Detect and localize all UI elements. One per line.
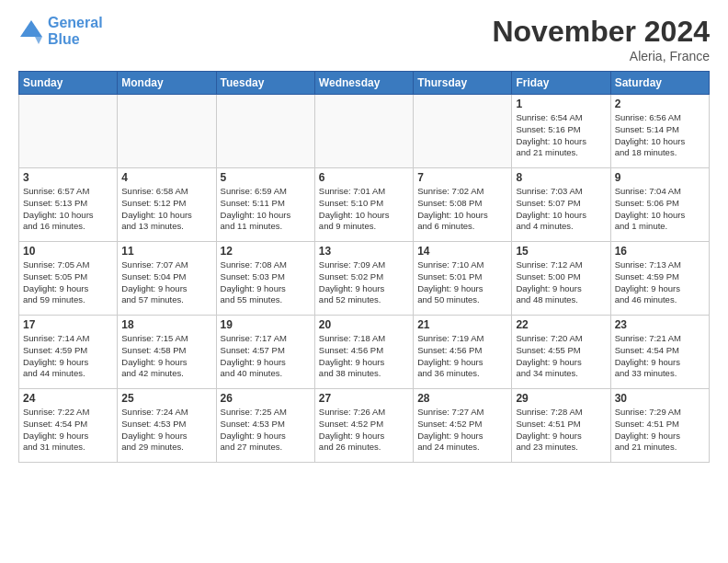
day-number: 28 [417,392,507,405]
day-number: 26 [221,392,311,405]
day-number: 6 [319,171,409,184]
calendar-cell: 11Sunrise: 7:07 AM Sunset: 5:04 PM Dayli… [118,242,216,316]
calendar-cell: 17Sunrise: 7:14 AM Sunset: 4:59 PM Dayli… [19,316,118,389]
calendar-cell: 5Sunrise: 6:59 AM Sunset: 5:11 PM Daylig… [216,168,314,242]
day-info: Sunrise: 7:20 AM Sunset: 4:55 PM Dayligh… [516,333,606,380]
day-info: Sunrise: 7:25 AM Sunset: 4:53 PM Dayligh… [221,407,311,454]
calendar-cell: 27Sunrise: 7:26 AM Sunset: 4:52 PM Dayli… [314,389,413,463]
day-info: Sunrise: 7:24 AM Sunset: 4:53 PM Dayligh… [121,407,211,454]
day-number: 7 [417,171,507,184]
day-number: 18 [121,318,211,331]
week-row-1: 1Sunrise: 6:54 AM Sunset: 5:16 PM Daylig… [19,95,710,168]
day-info: Sunrise: 6:56 AM Sunset: 5:14 PM Dayligh… [615,112,705,159]
logo-line1: General [48,15,103,31]
calendar-cell: 8Sunrise: 7:03 AM Sunset: 5:07 PM Daylig… [512,168,610,242]
header-day-wednesday: Wednesday [314,72,413,95]
day-number: 25 [121,392,211,405]
day-info: Sunrise: 7:03 AM Sunset: 5:07 PM Dayligh… [516,186,606,233]
day-number: 8 [516,171,606,184]
day-info: Sunrise: 6:59 AM Sunset: 5:11 PM Dayligh… [221,186,311,233]
day-number: 27 [319,392,409,405]
day-info: Sunrise: 7:08 AM Sunset: 5:03 PM Dayligh… [221,259,311,306]
header-day-tuesday: Tuesday [216,72,314,95]
day-info: Sunrise: 7:28 AM Sunset: 4:51 PM Dayligh… [516,407,606,454]
day-number: 13 [319,245,409,258]
calendar-table: SundayMondayTuesdayWednesdayThursdayFrid… [18,71,710,463]
calendar-cell: 3Sunrise: 6:57 AM Sunset: 5:13 PM Daylig… [19,168,118,242]
day-number: 5 [221,171,311,184]
calendar-cell: 23Sunrise: 7:21 AM Sunset: 4:54 PM Dayli… [610,316,709,389]
calendar-cell: 14Sunrise: 7:10 AM Sunset: 5:01 PM Dayli… [414,242,512,316]
day-info: Sunrise: 6:57 AM Sunset: 5:13 PM Dayligh… [23,186,113,233]
day-info: Sunrise: 7:05 AM Sunset: 5:05 PM Dayligh… [23,259,113,306]
location: Aleria, France [492,49,710,63]
calendar-cell: 28Sunrise: 7:27 AM Sunset: 4:52 PM Dayli… [414,389,512,463]
day-info: Sunrise: 7:04 AM Sunset: 5:06 PM Dayligh… [615,186,705,233]
day-info: Sunrise: 6:54 AM Sunset: 5:16 PM Dayligh… [516,112,606,159]
day-number: 3 [23,171,113,184]
calendar-cell: 10Sunrise: 7:05 AM Sunset: 5:05 PM Dayli… [19,242,118,316]
calendar-cell [118,95,216,168]
day-number: 12 [221,245,311,258]
calendar-cell: 21Sunrise: 7:19 AM Sunset: 4:56 PM Dayli… [414,316,512,389]
day-number: 9 [615,171,705,184]
week-row-5: 24Sunrise: 7:22 AM Sunset: 4:54 PM Dayli… [19,389,710,463]
day-info: Sunrise: 7:10 AM Sunset: 5:01 PM Dayligh… [417,259,507,306]
calendar-cell: 22Sunrise: 7:20 AM Sunset: 4:55 PM Dayli… [512,316,610,389]
header-day-sunday: Sunday [19,72,118,95]
day-info: Sunrise: 7:26 AM Sunset: 4:52 PM Dayligh… [319,407,409,454]
day-info: Sunrise: 7:18 AM Sunset: 4:56 PM Dayligh… [319,333,409,380]
day-info: Sunrise: 7:09 AM Sunset: 5:02 PM Dayligh… [319,259,409,306]
day-number: 24 [23,392,113,405]
day-number: 29 [516,392,606,405]
day-info: Sunrise: 7:21 AM Sunset: 4:54 PM Dayligh… [615,333,705,380]
day-number: 1 [516,98,606,110]
header-row: SundayMondayTuesdayWednesdayThursdayFrid… [19,72,710,95]
calendar-cell: 13Sunrise: 7:09 AM Sunset: 5:02 PM Dayli… [314,242,413,316]
day-number: 20 [319,318,409,331]
calendar-cell: 6Sunrise: 7:01 AM Sunset: 5:10 PM Daylig… [314,168,413,242]
calendar-cell: 20Sunrise: 7:18 AM Sunset: 4:56 PM Dayli… [314,316,413,389]
header-day-friday: Friday [512,72,610,95]
calendar-cell: 16Sunrise: 7:13 AM Sunset: 4:59 PM Dayli… [610,242,709,316]
calendar-cell [314,95,413,168]
calendar-cell: 2Sunrise: 6:56 AM Sunset: 5:14 PM Daylig… [610,95,709,168]
day-info: Sunrise: 7:29 AM Sunset: 4:51 PM Dayligh… [615,407,705,454]
header: General Blue November 2024 Aleria, Franc… [18,15,710,63]
calendar-cell: 26Sunrise: 7:25 AM Sunset: 4:53 PM Dayli… [216,389,314,463]
day-number: 11 [121,245,211,258]
calendar-cell [19,95,118,168]
day-info: Sunrise: 7:02 AM Sunset: 5:08 PM Dayligh… [417,186,507,233]
day-number: 2 [615,98,705,110]
day-info: Sunrise: 7:19 AM Sunset: 4:56 PM Dayligh… [417,333,507,380]
page: General Blue November 2024 Aleria, Franc… [0,0,728,472]
calendar-cell: 7Sunrise: 7:02 AM Sunset: 5:08 PM Daylig… [414,168,512,242]
calendar-cell: 29Sunrise: 7:28 AM Sunset: 4:51 PM Dayli… [512,389,610,463]
day-number: 17 [23,318,113,331]
week-row-3: 10Sunrise: 7:05 AM Sunset: 5:05 PM Dayli… [19,242,710,316]
calendar-cell: 4Sunrise: 6:58 AM Sunset: 5:12 PM Daylig… [118,168,216,242]
header-day-monday: Monday [118,72,216,95]
day-number: 30 [615,392,705,405]
calendar-cell: 1Sunrise: 6:54 AM Sunset: 5:16 PM Daylig… [512,95,610,168]
day-info: Sunrise: 7:14 AM Sunset: 4:59 PM Dayligh… [23,333,113,380]
day-number: 16 [615,245,705,258]
day-info: Sunrise: 7:13 AM Sunset: 4:59 PM Dayligh… [615,259,705,306]
day-info: Sunrise: 7:17 AM Sunset: 4:57 PM Dayligh… [221,333,311,380]
day-info: Sunrise: 7:22 AM Sunset: 4:54 PM Dayligh… [23,407,113,454]
header-day-thursday: Thursday [414,72,512,95]
calendar-cell: 15Sunrise: 7:12 AM Sunset: 5:00 PM Dayli… [512,242,610,316]
logo-text: General Blue [48,15,103,48]
calendar-cell [414,95,512,168]
day-info: Sunrise: 7:07 AM Sunset: 5:04 PM Dayligh… [121,259,211,306]
day-number: 22 [516,318,606,331]
svg-marker-1 [35,37,42,44]
week-row-2: 3Sunrise: 6:57 AM Sunset: 5:13 PM Daylig… [19,168,710,242]
day-number: 10 [23,245,113,258]
day-info: Sunrise: 7:12 AM Sunset: 5:00 PM Dayligh… [516,259,606,306]
day-number: 21 [417,318,507,331]
title-block: November 2024 Aleria, France [492,15,710,63]
calendar-cell [216,95,314,168]
logo: General Blue [18,15,103,48]
logo-line2: Blue [48,31,103,48]
